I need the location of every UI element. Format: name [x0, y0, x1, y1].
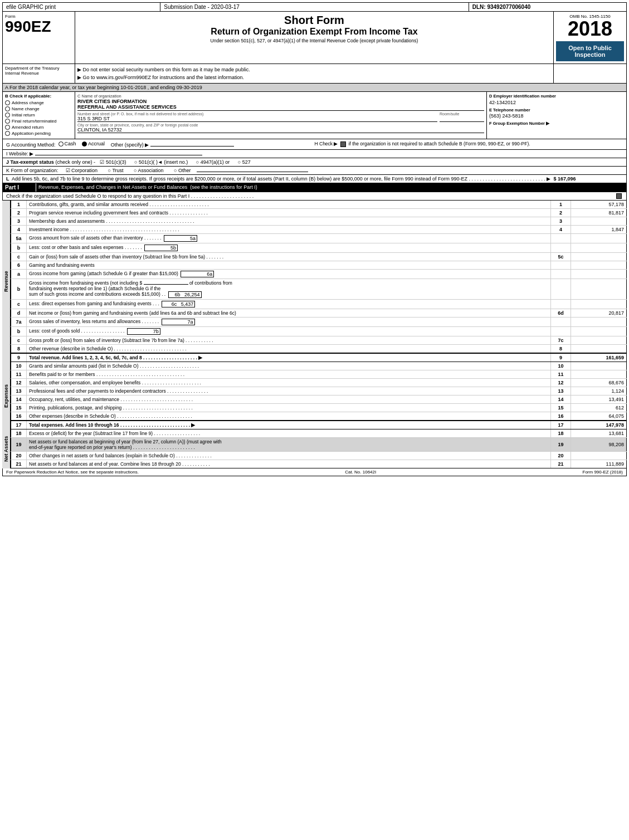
- amended-circle-icon[interactable]: [5, 125, 10, 130]
- check-initial: Initial return: [5, 113, 72, 118]
- other-org-input[interactable]: [197, 172, 308, 172]
- table-row: 11 Benefits paid to or for members . . .…: [11, 370, 627, 378]
- revenue-side-label: Revenue: [2, 201, 11, 362]
- address-row: Number and street (or P. O. box, if mail…: [77, 112, 484, 122]
- row-num-7c: c: [11, 336, 27, 344]
- amount-5c: [571, 252, 627, 261]
- h-checkbox-icon[interactable]: [340, 141, 346, 147]
- revenue-table: 1 Contributions, gifts, grants, and simi…: [11, 201, 627, 362]
- check-if-applicable: B Check if applicable:: [5, 94, 72, 99]
- corp-option[interactable]: ☑ Corporation: [66, 168, 98, 173]
- line-num-19: 19: [551, 437, 571, 451]
- form-org-label: K Form of organization:: [6, 168, 58, 173]
- city-row: City or town, state or province, country…: [77, 123, 484, 133]
- final-circle-icon[interactable]: [5, 119, 10, 124]
- tax-527-option[interactable]: ○ 527: [238, 159, 251, 165]
- ein-col: D Employer identification number 42-1342…: [487, 92, 626, 139]
- website-input[interactable]: [35, 155, 202, 155]
- line-num-3: 3: [551, 217, 571, 225]
- row-num-12: 12: [11, 378, 27, 387]
- row-num-6d: d: [11, 309, 27, 317]
- address-field: Number and street (or P. O. box, if mail…: [77, 112, 437, 122]
- website-label: I Website: ▶: [6, 151, 33, 157]
- table-row: 2 Program service revenue including gove…: [11, 208, 627, 217]
- expenses-table: 10 Grants and similar amounts paid (list…: [11, 362, 627, 429]
- tax-exempt-row: J Tax-exempt status (check only one) - ☑…: [2, 158, 627, 167]
- initial-circle-icon[interactable]: [5, 113, 10, 118]
- add-lines-label: L: [6, 176, 9, 182]
- net-assets-main: 18 Excess or (deficit) for the year (Sub…: [11, 429, 627, 468]
- row-num-20: 20: [11, 451, 27, 460]
- amount-15: 612: [571, 403, 627, 412]
- part1-header: Part I Revenue, Expenses, and Changes in…: [2, 183, 627, 192]
- ein-value: 42-1342012: [489, 100, 624, 105]
- row-desc-6d: Net income or (loss) from gaming and fun…: [27, 309, 551, 317]
- row-num-14: 14: [11, 395, 27, 403]
- footer-mid: Cat. No. 10642I: [345, 470, 376, 475]
- table-row: 13 Professional fees and other payments …: [11, 387, 627, 395]
- line-num-7c: 7c: [551, 336, 571, 344]
- pending-circle-icon[interactable]: [5, 131, 10, 136]
- row-num-2: 2: [11, 208, 27, 217]
- group-label-text: F Group Exemption Number: [489, 121, 545, 126]
- row-desc-16: Other expenses (describe in Schedule O) …: [27, 412, 551, 421]
- tax-501c-option[interactable]: ○ 501(c)( )◄ (insert no.): [134, 159, 188, 165]
- row-desc-10: Grants and similar amounts paid (list in…: [27, 362, 551, 370]
- amount-6: [571, 261, 627, 269]
- part1-label: Part I: [3, 183, 36, 192]
- add-lines-row: L Add lines 5b, 6c, and 7b to line 9 to …: [2, 175, 627, 183]
- check-col: B Check if applicable: Address change Na…: [3, 92, 75, 139]
- address-label: Number and street (or P. O. box, if mail…: [77, 112, 437, 116]
- line-num-21: 21: [551, 460, 571, 468]
- row-num-1: 1: [11, 201, 27, 209]
- other-option-label: Other (specify) ▶: [111, 142, 149, 148]
- amount-6b: [571, 279, 627, 299]
- name-circle-icon[interactable]: [5, 106, 10, 111]
- org-name-label: C Name of organization: [77, 94, 484, 99]
- row-desc-11: Benefits paid to or for members . . . . …: [27, 370, 551, 378]
- instruction-2: ▶ Go to www.irs.gov/Form990EZ for instru…: [77, 75, 551, 80]
- add-lines-text: Add lines 5b, 6c, and 7b to line 9 to de…: [12, 176, 550, 182]
- tax-4947-option[interactable]: ○ 4947(a)(1) or: [196, 159, 230, 165]
- assoc-option[interactable]: ○ Association: [134, 168, 163, 173]
- line-num-16: 16: [551, 412, 571, 421]
- open-to-public-badge: Open to Public Inspection: [556, 41, 624, 61]
- amount-6c: [571, 299, 627, 309]
- row-desc-18: Excess or (deficit) for the year (Subtra…: [27, 429, 551, 438]
- final-return-label: Final return/terminated: [12, 119, 56, 124]
- address-circle-icon[interactable]: [5, 100, 10, 105]
- cash-radio-icon[interactable]: [58, 141, 64, 146]
- tax-exempt-label: J Tax-exempt status: [6, 159, 54, 165]
- part1-title: Revenue, Expenses, and Changes in Net As…: [36, 183, 626, 191]
- amount-10: [571, 362, 627, 370]
- net-assets-side-label: Net Assets: [2, 429, 11, 468]
- row-num-6c: c: [11, 299, 27, 309]
- line-num-6: [551, 261, 571, 269]
- expenses-side-label: Expenses: [2, 362, 11, 429]
- line-num-18: 18: [551, 429, 571, 438]
- table-row: c Gross profit or (loss) from sales of i…: [11, 336, 627, 344]
- inline-box-6a: 6a: [181, 271, 214, 277]
- schedule-o-checkbox-icon[interactable]: [616, 193, 622, 199]
- row-desc-2: Program service revenue including govern…: [27, 208, 551, 217]
- part1-note-text: (see the instructions for Part I): [190, 184, 257, 190]
- row-desc-6b: Gross income from fundraising events (no…: [27, 279, 551, 299]
- accounting-left: G Accounting Method: Cash Accrual Other …: [6, 141, 315, 148]
- other-option[interactable]: ○ Other: [174, 168, 191, 173]
- row-desc-6a: Gross income from gaming (attach Schedul…: [27, 269, 551, 279]
- accrual-option[interactable]: Accrual: [82, 141, 105, 146]
- org-name-section: C Name of organization RIVER CITIES INFO…: [77, 94, 484, 111]
- line-num-20: 20: [551, 451, 571, 460]
- form-right: OMB No. 1545-1150 2018 Open to Public In…: [554, 12, 626, 64]
- amount-17: 147,978: [571, 421, 627, 429]
- row-num-17: 17: [11, 421, 27, 429]
- line-num-6b: [551, 279, 571, 299]
- accrual-radio-icon[interactable]: [82, 141, 87, 146]
- tax-501c3-option[interactable]: ☑ 501(c)(3): [100, 159, 126, 165]
- room-field: Room/suite: [440, 112, 484, 122]
- line-num-12: 12: [551, 378, 571, 387]
- trust-option[interactable]: ○ Trust: [108, 168, 124, 173]
- amount-19: 98,208: [571, 437, 627, 451]
- cash-option[interactable]: Cash: [58, 141, 76, 146]
- amount-1: 57,178: [571, 201, 627, 209]
